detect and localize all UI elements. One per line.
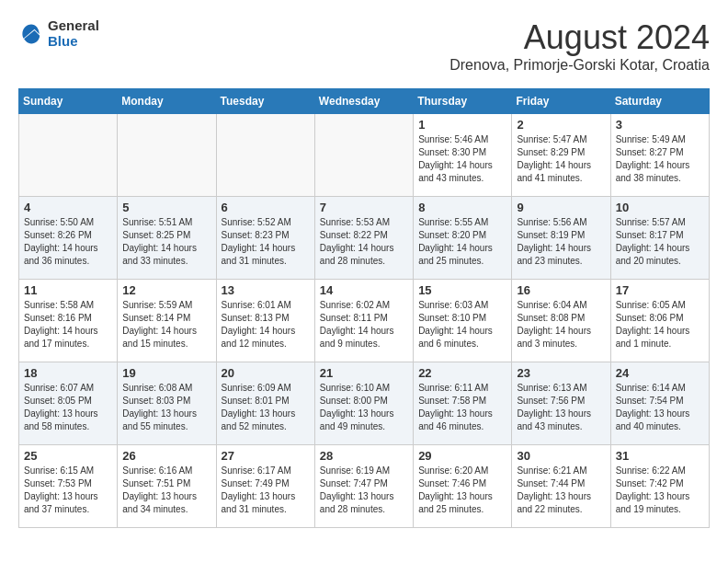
calendar-cell	[19, 114, 118, 197]
calendar-cell: 1Sunrise: 5:46 AM Sunset: 8:30 PM Daylig…	[414, 114, 512, 197]
day-info: Sunrise: 5:56 AM Sunset: 8:19 PM Dayligh…	[517, 216, 605, 268]
calendar-cell: 13Sunrise: 6:01 AM Sunset: 8:13 PM Dayli…	[216, 280, 314, 362]
calendar-cell	[314, 114, 413, 197]
calendar-cell: 14Sunrise: 6:02 AM Sunset: 8:11 PM Dayli…	[314, 280, 413, 362]
day-number: 21	[320, 366, 408, 380]
day-number: 17	[616, 283, 704, 297]
calendar-table: SundayMondayTuesdayWednesdayThursdayFrid…	[18, 88, 710, 528]
day-number: 2	[517, 118, 605, 132]
calendar-cell: 10Sunrise: 5:57 AM Sunset: 8:17 PM Dayli…	[610, 197, 709, 280]
day-info: Sunrise: 6:16 AM Sunset: 7:51 PM Dayligh…	[122, 465, 210, 516]
day-number: 8	[418, 201, 506, 214]
calendar-cell: 19Sunrise: 6:08 AM Sunset: 8:03 PM Dayli…	[118, 362, 216, 445]
logo: General Blue	[18, 18, 99, 49]
day-number: 3	[616, 118, 704, 132]
calendar-cell: 6Sunrise: 5:52 AM Sunset: 8:23 PM Daylig…	[216, 197, 314, 280]
calendar-col-header: Tuesday	[216, 89, 314, 114]
calendar-cell: 29Sunrise: 6:20 AM Sunset: 7:46 PM Dayli…	[414, 445, 512, 528]
calendar-cell: 23Sunrise: 6:13 AM Sunset: 7:56 PM Dayli…	[512, 362, 610, 445]
day-info: Sunrise: 5:55 AM Sunset: 8:20 PM Dayligh…	[418, 216, 506, 268]
calendar-week-row: 25Sunrise: 6:15 AM Sunset: 7:53 PM Dayli…	[19, 445, 710, 528]
title-block: August 2024 Drenova, Primorje-Gorski Kot…	[449, 18, 710, 74]
calendar-col-header: Friday	[512, 89, 610, 114]
day-number: 22	[418, 366, 506, 380]
day-info: Sunrise: 6:07 AM Sunset: 8:05 PM Dayligh…	[24, 382, 112, 433]
calendar-cell: 15Sunrise: 6:03 AM Sunset: 8:10 PM Dayli…	[414, 280, 512, 362]
day-info: Sunrise: 5:53 AM Sunset: 8:22 PM Dayligh…	[320, 216, 408, 268]
day-number: 28	[320, 449, 408, 463]
day-number: 4	[24, 201, 112, 214]
day-number: 15	[418, 283, 506, 297]
day-info: Sunrise: 5:51 AM Sunset: 8:25 PM Dayligh…	[122, 216, 210, 268]
day-info: Sunrise: 6:20 AM Sunset: 7:46 PM Dayligh…	[418, 465, 506, 516]
day-info: Sunrise: 6:22 AM Sunset: 7:42 PM Dayligh…	[616, 465, 704, 516]
day-number: 29	[418, 449, 506, 463]
calendar-week-row: 1Sunrise: 5:46 AM Sunset: 8:30 PM Daylig…	[19, 114, 710, 197]
location-subtitle: Drenova, Primorje-Gorski Kotar, Croatia	[449, 57, 710, 74]
day-info: Sunrise: 6:17 AM Sunset: 7:49 PM Dayligh…	[222, 465, 310, 516]
calendar-cell: 8Sunrise: 5:55 AM Sunset: 8:20 PM Daylig…	[414, 197, 512, 280]
calendar-cell: 9Sunrise: 5:56 AM Sunset: 8:19 PM Daylig…	[512, 197, 610, 280]
calendar-cell: 2Sunrise: 5:47 AM Sunset: 8:29 PM Daylig…	[512, 114, 610, 197]
calendar-cell: 4Sunrise: 5:50 AM Sunset: 8:26 PM Daylig…	[19, 197, 118, 280]
calendar-cell: 28Sunrise: 6:19 AM Sunset: 7:47 PM Dayli…	[314, 445, 413, 528]
day-info: Sunrise: 6:13 AM Sunset: 7:56 PM Dayligh…	[517, 382, 605, 433]
calendar-cell: 27Sunrise: 6:17 AM Sunset: 7:49 PM Dayli…	[216, 445, 314, 528]
day-number: 27	[222, 449, 310, 463]
day-info: Sunrise: 5:47 AM Sunset: 8:29 PM Dayligh…	[517, 133, 605, 185]
day-number: 9	[517, 201, 605, 214]
day-info: Sunrise: 6:14 AM Sunset: 7:54 PM Dayligh…	[616, 382, 704, 433]
day-info: Sunrise: 5:52 AM Sunset: 8:23 PM Dayligh…	[222, 216, 310, 268]
calendar-cell: 7Sunrise: 5:53 AM Sunset: 8:22 PM Daylig…	[314, 197, 413, 280]
day-number: 26	[122, 449, 210, 463]
month-year-title: August 2024	[449, 18, 710, 57]
calendar-cell: 25Sunrise: 6:15 AM Sunset: 7:53 PM Dayli…	[19, 445, 118, 528]
calendar-col-header: Wednesday	[314, 89, 413, 114]
page-header: General Blue August 2024 Drenova, Primor…	[18, 18, 710, 74]
calendar-cell: 12Sunrise: 5:59 AM Sunset: 8:14 PM Dayli…	[118, 280, 216, 362]
logo-general: General	[48, 18, 99, 34]
calendar-cell: 30Sunrise: 6:21 AM Sunset: 7:44 PM Dayli…	[512, 445, 610, 528]
calendar-cell: 16Sunrise: 6:04 AM Sunset: 8:08 PM Dayli…	[512, 280, 610, 362]
day-number: 6	[222, 201, 310, 214]
calendar-cell	[118, 114, 216, 197]
calendar-week-row: 4Sunrise: 5:50 AM Sunset: 8:26 PM Daylig…	[19, 197, 710, 280]
calendar-header-row: SundayMondayTuesdayWednesdayThursdayFrid…	[19, 89, 710, 114]
day-number: 13	[222, 283, 310, 297]
calendar-col-header: Monday	[118, 89, 216, 114]
day-number: 23	[517, 366, 605, 380]
day-number: 14	[320, 283, 408, 297]
day-info: Sunrise: 6:08 AM Sunset: 8:03 PM Dayligh…	[122, 382, 210, 433]
day-number: 1	[418, 118, 506, 132]
day-info: Sunrise: 5:50 AM Sunset: 8:26 PM Dayligh…	[24, 216, 112, 268]
calendar-cell: 18Sunrise: 6:07 AM Sunset: 8:05 PM Dayli…	[19, 362, 118, 445]
day-number: 18	[24, 366, 112, 380]
day-info: Sunrise: 5:59 AM Sunset: 8:14 PM Dayligh…	[122, 299, 210, 350]
calendar-cell: 26Sunrise: 6:16 AM Sunset: 7:51 PM Dayli…	[118, 445, 216, 528]
calendar-cell: 22Sunrise: 6:11 AM Sunset: 7:58 PM Dayli…	[414, 362, 512, 445]
day-number: 11	[24, 283, 112, 297]
calendar-cell: 5Sunrise: 5:51 AM Sunset: 8:25 PM Daylig…	[118, 197, 216, 280]
day-number: 12	[122, 283, 210, 297]
calendar-cell: 24Sunrise: 6:14 AM Sunset: 7:54 PM Dayli…	[610, 362, 709, 445]
day-number: 10	[616, 201, 704, 214]
calendar-cell: 3Sunrise: 5:49 AM Sunset: 8:27 PM Daylig…	[610, 114, 709, 197]
logo-blue: Blue	[48, 34, 99, 50]
calendar-cell: 11Sunrise: 5:58 AM Sunset: 8:16 PM Dayli…	[19, 280, 118, 362]
logo-icon	[18, 21, 44, 47]
day-number: 5	[122, 201, 210, 214]
day-number: 24	[616, 366, 704, 380]
calendar-cell: 21Sunrise: 6:10 AM Sunset: 8:00 PM Dayli…	[314, 362, 413, 445]
day-info: Sunrise: 6:05 AM Sunset: 8:06 PM Dayligh…	[616, 299, 704, 350]
day-info: Sunrise: 5:46 AM Sunset: 8:30 PM Dayligh…	[418, 133, 506, 185]
calendar-cell: 31Sunrise: 6:22 AM Sunset: 7:42 PM Dayli…	[610, 445, 709, 528]
day-number: 25	[24, 449, 112, 463]
calendar-cell	[216, 114, 314, 197]
day-info: Sunrise: 6:01 AM Sunset: 8:13 PM Dayligh…	[222, 299, 310, 350]
calendar-cell: 17Sunrise: 6:05 AM Sunset: 8:06 PM Dayli…	[610, 280, 709, 362]
day-info: Sunrise: 6:03 AM Sunset: 8:10 PM Dayligh…	[418, 299, 506, 350]
day-number: 16	[517, 283, 605, 297]
day-info: Sunrise: 6:15 AM Sunset: 7:53 PM Dayligh…	[24, 465, 112, 516]
day-info: Sunrise: 5:57 AM Sunset: 8:17 PM Dayligh…	[616, 216, 704, 268]
day-number: 30	[517, 449, 605, 463]
